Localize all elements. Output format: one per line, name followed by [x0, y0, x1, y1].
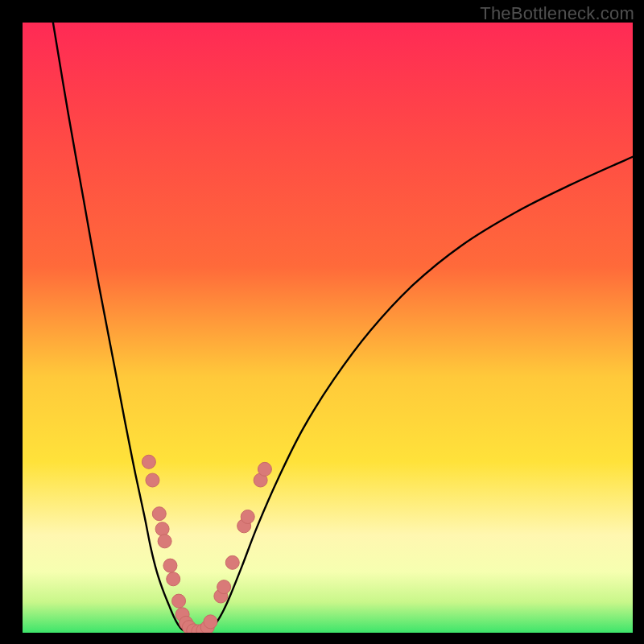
curve-layer — [23, 23, 633, 633]
highlight-dot — [217, 580, 231, 594]
highlight-dot — [204, 615, 217, 629]
highlight-dot — [225, 555, 239, 569]
highlight-dot — [167, 572, 180, 586]
bottleneck-curve — [53, 23, 633, 632]
curve-path — [53, 23, 633, 632]
highlight-dot — [172, 594, 186, 608]
highlight-dot — [158, 535, 171, 548]
highlight-dot — [241, 510, 254, 523]
highlight-dot — [258, 462, 271, 476]
highlight-dots — [142, 455, 271, 633]
highlight-dot — [142, 455, 155, 469]
chart-stage: TheBottleneck.com — [0, 0, 644, 644]
highlight-dot — [163, 559, 177, 572]
plot-area — [23, 23, 633, 633]
highlight-dot — [146, 473, 159, 487]
highlight-dot — [152, 507, 166, 521]
highlight-dot — [155, 522, 169, 536]
watermark-text: TheBottleneck.com — [480, 3, 634, 24]
